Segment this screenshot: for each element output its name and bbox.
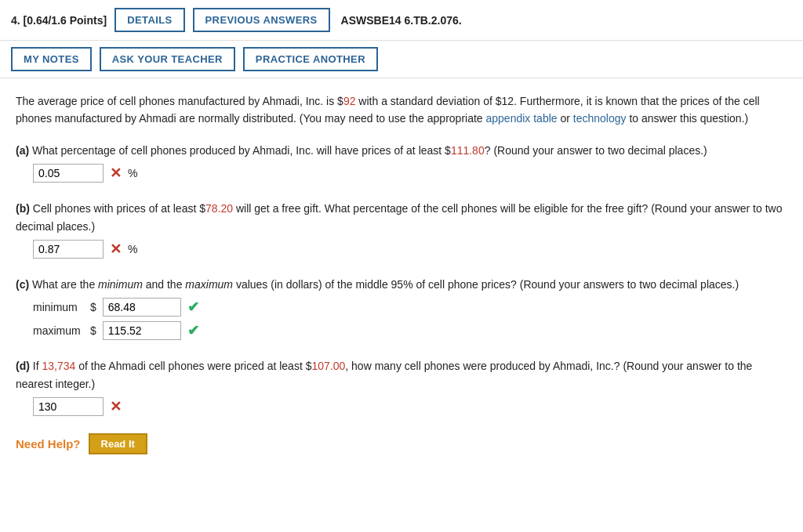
header-bar: 4. [0.64/1.6 Points] DETAILS PREVIOUS AN… [0,0,803,41]
part-a-q1: What percentage of cell phones produced … [32,144,451,157]
part-b-label: (b) Cell phones with prices of at least … [16,200,787,235]
practice-another-button[interactable]: PRACTICE ANOTHER [243,47,378,71]
part-b-q1: Cell phones with prices of at least $ [33,202,205,215]
part-a-mark: ✕ [110,165,122,182]
ask-teacher-button[interactable]: ASK YOUR TEACHER [100,47,235,71]
part-b-highlight: 78.20 [205,202,233,215]
part-c-letter: (c) [16,278,29,291]
second-bar: MY NOTES ASK YOUR TEACHER PRACTICE ANOTH… [0,41,803,78]
part-c-q3: values (in dollars) of the middle 95% of… [233,278,739,291]
aswsbe-label: ASWSBE14 6.TB.2.076. [341,14,462,27]
part-d-q2: of the Ahmadi cell phones were priced at… [75,360,311,372]
intro-text: The average price of cell phones manufac… [16,92,787,128]
minimum-dollar: $ [90,301,96,313]
intro-text1: The average price of cell phones manufac… [16,95,343,107]
part-a-answer-row: ✕ % [33,164,787,183]
part-c: (c) What are the minimum and the maximum… [16,276,787,340]
part-c-label: (c) What are the minimum and the maximum… [16,276,787,293]
technology-link[interactable]: technology [573,112,627,125]
part-a-label: (a) What percentage of cell phones produ… [16,142,787,159]
maximum-input[interactable] [103,321,181,340]
need-help-row: Need Help? Read It [16,433,787,454]
part-b-answer-row: ✕ % [33,240,787,259]
minimum-input[interactable] [103,298,181,317]
part-c-q2: and the [143,278,186,291]
part-a: (a) What percentage of cell phones produ… [16,142,787,183]
part-c-q1: What are the [32,278,98,291]
part-d-q1: If [33,360,42,372]
part-d-label: (d) If 13,734 of the Ahmadi cell phones … [16,357,787,393]
intro-text4: to answer this question.) [627,112,749,125]
need-help-text: Need Help? [16,437,81,451]
appendix-link[interactable]: appendix table [486,112,558,125]
part-a-input[interactable] [33,164,104,183]
minimum-check: ✔ [187,299,199,316]
part-c-italic1: minimum [98,278,143,291]
intro-price: 92 [343,95,356,107]
part-b-input[interactable] [33,240,104,259]
details-button[interactable]: DETAILS [114,8,184,32]
part-a-q2: ? (Round your answer to two decimal plac… [485,144,707,157]
maximum-row: maximum $ ✔ [33,321,787,340]
part-b-letter: (b) [16,202,30,215]
part-a-unit: % [128,167,137,179]
minimum-row: minimum $ ✔ [33,298,787,317]
part-d-letter: (d) [16,360,30,372]
my-notes-button[interactable]: MY NOTES [11,47,92,71]
part-d-highlight2: 107.00 [311,360,345,372]
part-b-mark: ✕ [110,241,122,258]
part-a-highlight: 111.80 [451,144,485,157]
question-label: 4. [0.64/1.6 Points] [11,14,107,27]
maximum-check: ✔ [187,322,199,339]
part-c-answers: minimum $ ✔ maximum $ ✔ [33,298,787,340]
part-c-italic2: maximum [185,278,233,291]
part-d: (d) If 13,734 of the Ahmadi cell phones … [16,357,787,416]
part-b-unit: % [128,243,137,255]
content-area: The average price of cell phones manufac… [0,78,803,470]
part-a-letter: (a) [16,144,29,157]
part-d-highlight1: 13,734 [42,360,75,372]
maximum-label: maximum [33,324,84,337]
part-d-answer-row: ✕ [33,397,787,416]
intro-text3: or [558,112,573,125]
part-d-input[interactable] [33,397,104,416]
part-b: (b) Cell phones with prices of at least … [16,200,787,259]
read-it-button[interactable]: Read It [89,433,147,454]
part-d-mark: ✕ [110,398,122,415]
minimum-label: minimum [33,301,84,313]
previous-answers-button[interactable]: PREVIOUS ANSWERS [193,8,330,32]
maximum-dollar: $ [90,324,96,337]
